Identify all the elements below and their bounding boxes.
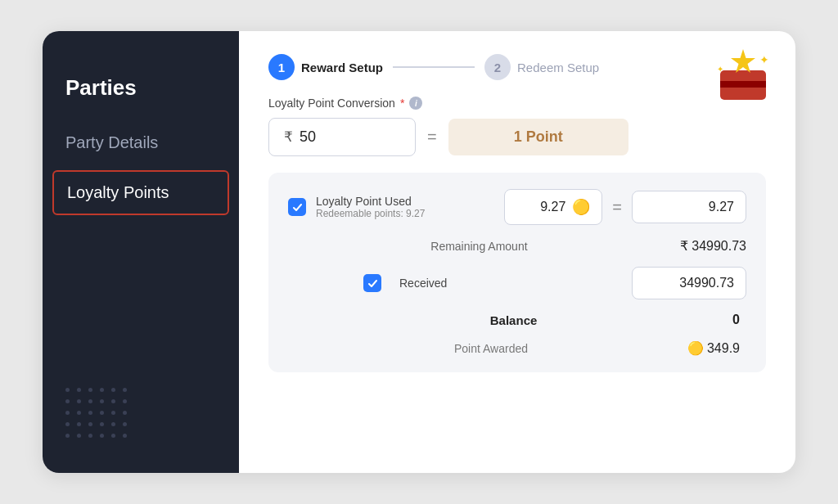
loyalty-used-label-block: Loyalty Point Used Redeemable points: 9.… [316,195,425,219]
conversion-row: ₹ 50 = 1 Point [268,118,766,156]
step-2-circle: 2 [484,54,511,80]
received-row: Received 34990.73 [288,267,746,299]
received-label: Received [399,277,447,290]
svg-text:✦: ✦ [759,53,769,66]
balance-label: Balance [490,313,538,327]
remaining-value: ₹ 34990.73 [680,238,746,254]
info-icon[interactable]: i [409,97,422,110]
rupee-symbol: ₹ [284,128,293,146]
loyalty-equals: = [612,198,622,217]
loyalty-used-sublabel: Redeemable points: 9.27 [316,208,425,219]
main-card: Parties Party Details Loyalty Points ✦ ✦ [43,31,795,473]
stepper: 1 Reward Setup 2 Redeem Setup [268,54,766,80]
conversion-equals: = [427,128,437,146]
balance-row: Balance 0 [288,313,746,327]
step-line [393,66,475,68]
loyalty-points-value: 9.27 [540,200,565,214]
step-reward-setup: 1 Reward Setup [268,54,383,80]
received-input[interactable]: 34990.73 [632,267,746,299]
dot-grid-decoration [65,388,129,440]
step-redeem-setup: 2 Redeem Setup [484,54,599,80]
conversion-section: Loyalty Point Conversion * i ₹ 50 = 1 Po… [268,97,766,156]
point-awarded-label: Point Awarded [454,342,528,355]
sidebar-item-loyalty-points[interactable]: Loyalty Points [52,170,229,215]
step-1-label: Reward Setup [301,61,383,74]
main-content: ✦ ✦ 1 Reward Setup 2 Redeem Setup Loyalt… [239,31,795,473]
sidebar-item-party-details[interactable]: Party Details [43,119,239,167]
svg-text:✦: ✦ [717,65,723,74]
point-awarded-coin-icon: 🟡 [687,340,704,356]
step-2-label: Redeem Setup [517,61,599,74]
gray-section: Loyalty Point Used Redeemable points: 9.… [268,173,766,372]
loyalty-used-label: Loyalty Point Used [316,195,425,208]
point-awarded-value: 🟡 349.9 [687,340,740,356]
loyalty-converted-value: 9.27 [632,191,746,223]
conversion-label: Loyalty Point Conversion * i [268,97,766,110]
sidebar: Parties Party Details Loyalty Points [43,31,239,473]
point-awarded-row: Point Awarded 🟡 349.9 [288,340,746,356]
svg-rect-1 [720,81,766,88]
conversion-amount: 50 [300,128,316,146]
loyalty-points-input[interactable]: 9.27 🟡 [504,189,602,225]
required-marker: * [400,97,404,110]
remaining-row: Remaining Amount ₹ 34990.73 [288,238,746,254]
conversion-input[interactable]: ₹ 50 [268,118,416,156]
point-box: 1 Point [448,119,628,155]
sidebar-item-parties[interactable]: Parties [43,61,239,115]
coin-icon: 🟡 [572,198,590,216]
remaining-label: Remaining Amount [430,240,527,253]
svg-marker-2 [731,49,755,73]
reward-icon: ✦ ✦ [714,46,773,111]
received-checkbox[interactable] [363,274,381,292]
loyalty-used-row: Loyalty Point Used Redeemable points: 9.… [288,189,746,225]
balance-value: 0 [732,313,740,327]
step-1-circle: 1 [268,54,295,80]
loyalty-used-checkbox[interactable] [288,198,306,216]
